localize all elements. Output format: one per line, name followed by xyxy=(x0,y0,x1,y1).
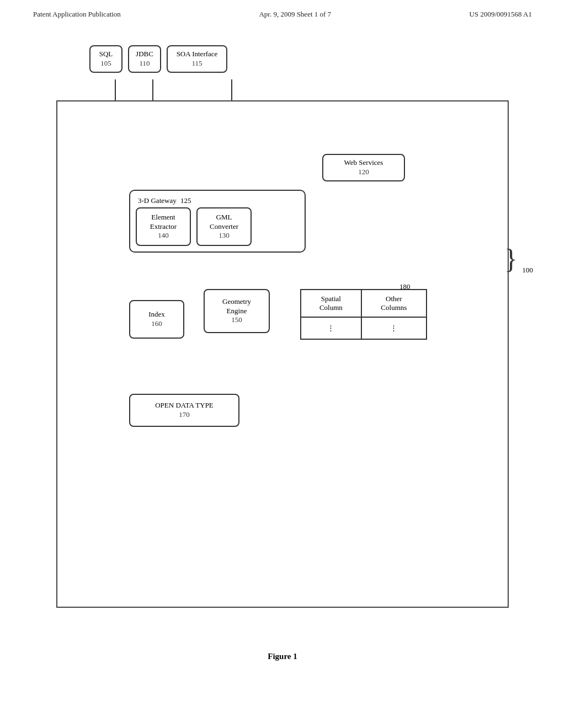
label-100: 100 xyxy=(523,266,534,275)
gateway-number: 125 xyxy=(180,196,191,205)
gml-converter-box: GMLConverter 130 xyxy=(196,207,252,246)
webservices-label: Web Services xyxy=(330,158,397,168)
index-label: Index xyxy=(148,310,165,319)
open-data-type-number: 170 xyxy=(155,410,214,420)
other-dots: ⋮ xyxy=(361,317,427,339)
jdbc-number: 110 xyxy=(136,59,153,68)
gml-converter-number: 130 xyxy=(210,231,238,240)
jdbc-label: JDBC xyxy=(136,50,153,59)
diagram-container: SQL 105 JDBC 110 SOA Interface 115 Web S… xyxy=(56,45,509,641)
element-extractor-box: ElementExtractor 140 xyxy=(136,207,191,246)
header-center: Apr. 9, 2009 Sheet 1 of 7 xyxy=(259,10,331,19)
sql-box: SQL 105 xyxy=(89,45,122,73)
geometry-engine-label: GeometryEngine xyxy=(222,297,251,316)
webservices-box: Web Services 120 xyxy=(322,154,405,181)
element-extractor-label: ElementExtractor xyxy=(150,213,177,232)
open-data-type-label: OPEN DATA TYPE xyxy=(155,401,214,410)
page-header: Patent Application Publication Apr. 9, 2… xyxy=(0,0,565,23)
webservices-number: 120 xyxy=(330,168,397,177)
brace-100-symbol: } xyxy=(504,245,518,272)
soa-label: SOA Interface xyxy=(174,50,220,59)
sql-number: 105 xyxy=(97,59,115,68)
gateway-inner: ElementExtractor 140 GMLConverter 130 xyxy=(136,207,299,246)
jdbc-box: JDBC 110 xyxy=(128,45,161,73)
figure-caption: Figure 1 xyxy=(0,652,565,661)
col-other: OtherColumns xyxy=(361,290,427,317)
soa-number: 115 xyxy=(174,59,220,68)
index-box: Index 160 xyxy=(129,300,184,339)
gateway-box: 3-D Gateway 125 ElementExtractor 140 GML… xyxy=(129,190,306,253)
header-left: Patent Application Publication xyxy=(33,10,121,19)
gml-converter-label: GMLConverter xyxy=(210,213,238,232)
table-row: ⋮ ⋮ xyxy=(301,317,427,339)
spatial-dots: ⋮ xyxy=(301,317,361,339)
geometry-engine-number: 150 xyxy=(222,315,251,325)
gateway-label: 3-D Gateway 125 xyxy=(138,196,299,205)
col-spatial: SpatialColumn xyxy=(301,290,361,317)
sql-label: SQL xyxy=(97,50,115,59)
label-180: 180 xyxy=(399,282,411,291)
top-boxes: SQL 105 JDBC 110 SOA Interface 115 xyxy=(89,45,227,73)
header-right: US 2009/0091568 A1 xyxy=(470,10,532,19)
geometry-engine-box: GeometryEngine 150 xyxy=(204,289,270,333)
element-extractor-number: 140 xyxy=(150,231,177,240)
soa-box: SOA Interface 115 xyxy=(167,45,227,73)
open-data-type-box: OPEN DATA TYPE 170 xyxy=(129,394,239,427)
table-180-container: SpatialColumn OtherColumns ⋮ ⋮ xyxy=(300,289,427,340)
data-table: SpatialColumn OtherColumns ⋮ ⋮ xyxy=(300,289,427,340)
index-number: 160 xyxy=(148,319,165,329)
main-box: Web Services 120 3-D Gateway 125 Element… xyxy=(56,100,509,608)
